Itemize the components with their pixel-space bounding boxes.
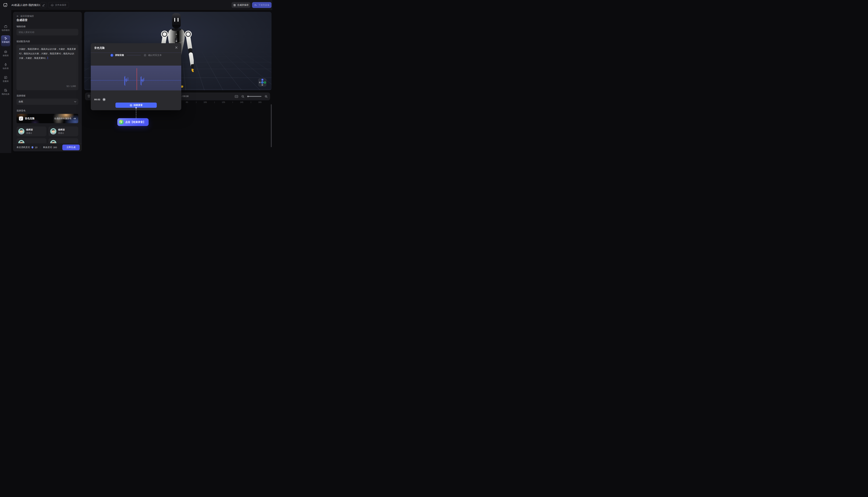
panel-footer: 本次消耗灵石 10 剩余灵石 300 立即生成 xyxy=(13,143,82,151)
voice-clone-cta: 生成你的专属音色 xyxy=(54,117,71,120)
music-file-icon xyxy=(4,76,8,79)
sidebar-item-expression-library[interactable]: 表情库 xyxy=(0,50,11,57)
zoom-in-icon[interactable] xyxy=(265,95,268,98)
balance-value: 300 xyxy=(53,146,57,149)
voice-card[interactable]: 稚晖君 普通话 xyxy=(16,127,46,136)
sidebar-item-label: 动作库 xyxy=(0,67,11,70)
voiceover-text: 大家好，我是灵犀X2，很高兴认识大家，大家好，我是灵犀X2，很高兴认识大家，大家… xyxy=(19,48,76,59)
elapsed-time: 00:03 xyxy=(94,98,100,101)
stop-recording-label: 结束录音 xyxy=(134,104,143,107)
step-1-badge: 1 xyxy=(110,54,113,57)
sidebar-item-label: 音频库 xyxy=(0,80,11,83)
edit-title-button[interactable] xyxy=(40,2,46,8)
material-name-input[interactable] xyxy=(16,29,78,36)
waveform-baseline xyxy=(91,80,181,81)
guide-anchor-dot xyxy=(136,107,137,109)
axis-gizmo[interactable]: Z Y X xyxy=(258,78,266,87)
voice-clone-title: 音色克隆 xyxy=(25,117,34,120)
voice-clone-modal: 音色克隆 1 录制音频 2 确认对应文本 00:03 结束录音 xyxy=(91,43,181,110)
app-logo-icon xyxy=(3,3,8,8)
cost-label: 本次消耗灵石 xyxy=(16,146,30,149)
voice-card[interactable]: 稚晖君 普通话 xyxy=(48,127,78,136)
guide-step-badge: 3 xyxy=(119,120,124,125)
deploy-device-label: 下发到设备 xyxy=(258,3,270,6)
sidebar-item-audio-arrange[interactable]: 音频编排 xyxy=(0,37,11,43)
gem-icon xyxy=(31,146,34,149)
project-title: A1机器人动作-我的项目1 xyxy=(12,0,40,10)
gizmo-y[interactable]: Y xyxy=(261,81,264,84)
robot-face-icon xyxy=(4,50,8,54)
sidebar-item-label: 我的任务 xyxy=(0,93,11,96)
synthesis-panel: 返回音频编排 合成语音 编辑名称 描述配音内容 大家好，我是灵犀X2，很高兴认识… xyxy=(13,12,82,151)
sidebar-item-label: 音频编排 xyxy=(0,41,11,43)
step-1-label: 录制音频 xyxy=(115,54,124,57)
panel-title: 合成语音 xyxy=(16,18,28,22)
name-label: 编辑名称 xyxy=(16,25,26,28)
vertical-scrollbar[interactable] xyxy=(271,104,272,147)
sidebar-item-audio-library[interactable]: 音频库 xyxy=(0,76,11,83)
cost-value: 10 xyxy=(35,146,37,149)
arrow-right-icon xyxy=(73,117,76,119)
clapperboard-icon xyxy=(4,25,8,28)
timeline-time-display: / 00:30 xyxy=(182,93,188,100)
zoom-slider-knob[interactable] xyxy=(247,96,249,97)
ruler-label: 14S xyxy=(240,101,243,103)
ruler-tick xyxy=(233,101,233,103)
step-connector xyxy=(127,55,141,55)
back-link[interactable]: 返回音频编排 xyxy=(16,15,34,18)
step-2-label: 确认对应文本 xyxy=(148,54,162,57)
sidebar: 动作模仿 音频编排 表情库 动作库 音频库 xyxy=(0,10,11,153)
sidebar-item-label: 表情库 xyxy=(0,54,11,57)
balance-label: 剩余灵石 xyxy=(43,146,52,149)
voice-clone-banner[interactable]: 音色克隆 生成你的专属音色 xyxy=(16,114,78,123)
generate-button[interactable]: 立即生成 xyxy=(62,144,80,150)
content-label: 描述配音内容 xyxy=(16,40,30,43)
avatar xyxy=(50,128,56,134)
deploy-device-button[interactable]: 下发到设备 xyxy=(252,2,271,8)
ruler-label: 16S xyxy=(258,101,262,103)
recording-waveform xyxy=(91,66,181,90)
modal-divider xyxy=(91,53,181,53)
save-icon xyxy=(233,4,236,6)
file-unsaved-label: 文件未保存 xyxy=(55,3,66,6)
step-2-badge: 2 xyxy=(143,54,146,57)
footer-divider xyxy=(40,146,40,148)
sidebar-item-label: 动作模仿 xyxy=(0,29,11,32)
guide-label: 点击【结束录音】 xyxy=(125,120,145,124)
modal-title: 音色克隆 xyxy=(94,46,105,49)
gizmo-z[interactable]: Z xyxy=(261,79,264,81)
back-label: 返回音频编排 xyxy=(20,15,34,18)
back-arrow-icon xyxy=(16,15,19,17)
ruler-tick xyxy=(196,101,196,103)
voice-language: 普通话 xyxy=(58,132,65,134)
sidebar-item-motion-library[interactable]: 动作库 xyxy=(0,63,11,70)
emotion-label: 选择情绪 xyxy=(16,94,26,97)
voiceover-text-area[interactable]: 大家好，我是灵犀X2，很高兴认识大家，大家好，我是灵犀X2，很高兴认识大家，大家… xyxy=(16,45,78,90)
tasks-icon xyxy=(4,88,8,92)
ruler-label: 10S xyxy=(204,101,207,103)
voice-name: 稚晖君 xyxy=(26,128,33,131)
gizmo-x[interactable]: X xyxy=(264,81,266,84)
sparkles-icon xyxy=(4,37,8,40)
ruler-label: 12S xyxy=(222,101,225,103)
top-bar: A1机器人动作-我的项目1 文件未保存 合成并保存 下发到设备 xyxy=(0,0,272,10)
voice-label: 选择音色 xyxy=(16,109,26,112)
sidebar-item-motion-mimic[interactable]: 动作模仿 xyxy=(0,25,11,32)
pencil-icon xyxy=(42,4,45,6)
voice-language: 普通话 xyxy=(26,132,33,134)
play-icon[interactable] xyxy=(102,98,106,101)
ruler-label: 8S xyxy=(186,101,188,103)
record-icon xyxy=(130,104,132,106)
timeline-zoom-slider[interactable] xyxy=(248,96,262,97)
avatar xyxy=(18,128,25,134)
fit-width-icon[interactable] xyxy=(235,95,238,98)
file-unsaved-button[interactable]: 文件未保存 xyxy=(48,2,69,8)
sidebar-item-my-tasks[interactable]: 我的任务 xyxy=(0,88,11,96)
guide-tooltip: 3 点击【结束录音】 xyxy=(117,118,149,126)
person-icon xyxy=(4,63,8,67)
char-counter: 52 / 1,000 xyxy=(67,84,76,88)
close-icon[interactable] xyxy=(175,46,178,49)
synthesize-save-label: 合成并保存 xyxy=(237,3,249,6)
zoom-out-icon[interactable] xyxy=(241,95,244,98)
synthesize-save-button[interactable]: 合成并保存 xyxy=(232,2,250,8)
